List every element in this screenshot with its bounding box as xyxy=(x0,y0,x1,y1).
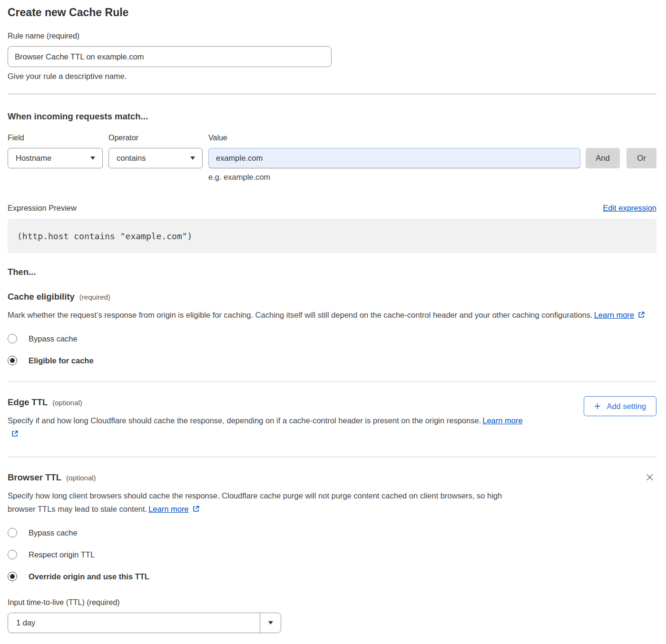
learn-more-link[interactable]: Learn more xyxy=(482,416,522,425)
plus-icon: + xyxy=(594,401,600,412)
cache-eligibility-heading: Cache eligibility (required) xyxy=(8,292,656,302)
browser-ttl-section: Browser TTL (optional) Specify how long … xyxy=(8,472,656,633)
expression-header-row: Expression Preview Edit expression xyxy=(8,204,656,213)
edge-ttl-heading: Edge TTL (optional) xyxy=(8,397,656,408)
ttl-select-arrow-zone[interactable] xyxy=(260,613,281,633)
section-divider xyxy=(8,94,656,94)
cache-eligibility-description-text: Mark whether the request’s response from… xyxy=(8,311,593,319)
browser-ttl-optional-badge: (optional) xyxy=(66,474,96,482)
radio-selected-icon xyxy=(8,572,17,581)
edge-ttl-description-text: Specify if and how long Cloudflare shoul… xyxy=(8,416,481,425)
browser-ttl-title: Browser TTL xyxy=(8,472,61,483)
chevron-down-icon xyxy=(268,621,273,624)
then-heading: Then... xyxy=(8,267,656,277)
edge-ttl-description: Specify if and how long Cloudflare shoul… xyxy=(8,414,532,440)
radio-label: Respect origin TTL xyxy=(29,550,95,559)
edit-expression-link[interactable]: Edit expression xyxy=(603,204,656,213)
external-link-icon xyxy=(11,430,19,438)
radio-bypass-cache[interactable]: Bypass cache xyxy=(8,334,656,343)
add-setting-label: Add setting xyxy=(607,402,646,411)
radio-respect-origin-ttl[interactable]: Respect origin TTL xyxy=(8,550,656,559)
learn-more-link[interactable]: Learn more xyxy=(148,505,188,513)
close-icon xyxy=(646,473,654,481)
value-input[interactable] xyxy=(208,148,580,168)
field-label: Field xyxy=(8,134,108,142)
external-link-icon xyxy=(637,311,645,319)
radio-override-origin-ttl[interactable]: Override origin and use this TTL xyxy=(8,572,656,581)
radio-icon xyxy=(8,528,17,537)
page-title: Create new Cache Rule xyxy=(8,6,656,19)
radio-browser-bypass-cache[interactable]: Bypass cache xyxy=(8,528,656,537)
radio-eligible-for-cache[interactable]: Eligible for cache xyxy=(8,356,656,365)
operator-select-value: contains xyxy=(117,154,146,163)
radio-label: Bypass cache xyxy=(29,334,78,343)
section-divider xyxy=(8,457,656,457)
create-cache-rule-form: Create new Cache Rule Rule name (require… xyxy=(0,6,666,633)
cache-eligibility-description: Mark whether the request’s response from… xyxy=(8,308,656,322)
value-helper: e.g. example.com xyxy=(208,173,656,182)
external-link-icon xyxy=(192,505,200,513)
add-setting-button[interactable]: + Add setting xyxy=(584,396,656,416)
expression-code: (http.host contains "example.com") xyxy=(17,231,192,241)
rule-name-label: Rule name (required) xyxy=(8,32,656,40)
remove-browser-ttl-button[interactable] xyxy=(643,470,656,484)
expression-preview-label: Expression Preview xyxy=(8,204,77,213)
rule-name-helper: Give your rule a descriptive name. xyxy=(8,72,656,81)
match-column-labels: Field Operator Value xyxy=(8,134,656,142)
operator-select[interactable]: contains xyxy=(108,148,203,168)
radio-selected-icon xyxy=(8,356,17,365)
value-label: Value xyxy=(208,134,656,142)
edge-ttl-optional-badge: (optional) xyxy=(52,399,82,407)
radio-icon xyxy=(8,550,17,559)
browser-ttl-description-text: Specify how long client browsers should … xyxy=(8,491,502,513)
chevron-down-icon xyxy=(90,156,95,160)
expression-code-block: (http.host contains "example.com") xyxy=(8,219,656,253)
cache-eligibility-title: Cache eligibility xyxy=(8,292,75,302)
ttl-select-value: 1 day xyxy=(16,618,35,627)
match-heading: When incoming requests match... xyxy=(8,111,656,122)
chevron-down-icon xyxy=(190,156,195,160)
field-select[interactable]: Hostname xyxy=(8,148,103,168)
field-select-value: Hostname xyxy=(16,154,51,163)
operator-label: Operator xyxy=(108,134,208,142)
or-button[interactable]: Or xyxy=(627,148,656,168)
ttl-select[interactable]: 1 day xyxy=(8,613,281,633)
ttl-input-label: Input time-to-live (TTL) (required) xyxy=(8,598,656,607)
section-divider xyxy=(8,381,656,382)
cache-eligibility-required-badge: (required) xyxy=(79,293,110,301)
edge-ttl-title: Edge TTL xyxy=(8,397,48,408)
rule-name-input[interactable] xyxy=(8,46,332,67)
radio-label: Override origin and use this TTL xyxy=(29,572,149,581)
radio-icon xyxy=(8,334,17,343)
radio-label: Bypass cache xyxy=(29,528,78,537)
learn-more-link[interactable]: Learn more xyxy=(594,311,634,319)
and-button[interactable]: And xyxy=(586,148,620,168)
radio-label: Eligible for cache xyxy=(29,356,94,365)
edge-ttl-section: + Add setting Edge TTL (optional) Specif… xyxy=(8,397,656,440)
browser-ttl-description: Specify how long client browsers should … xyxy=(8,489,526,516)
browser-ttl-heading: Browser TTL (optional) xyxy=(8,472,656,483)
match-controls-row: Hostname contains And Or xyxy=(8,148,656,168)
